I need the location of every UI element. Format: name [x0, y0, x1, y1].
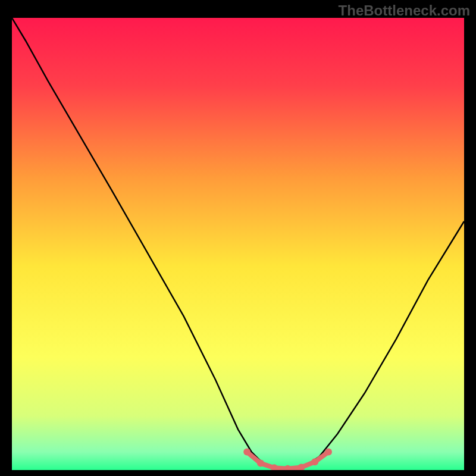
chart-svg: [12, 18, 464, 470]
chart-container: TheBottleneck.com: [0, 0, 476, 476]
watermark-text: TheBottleneck.com: [339, 2, 470, 19]
plot-area: [12, 18, 464, 470]
marker-point: [325, 449, 332, 456]
gradient-background: [12, 18, 464, 470]
